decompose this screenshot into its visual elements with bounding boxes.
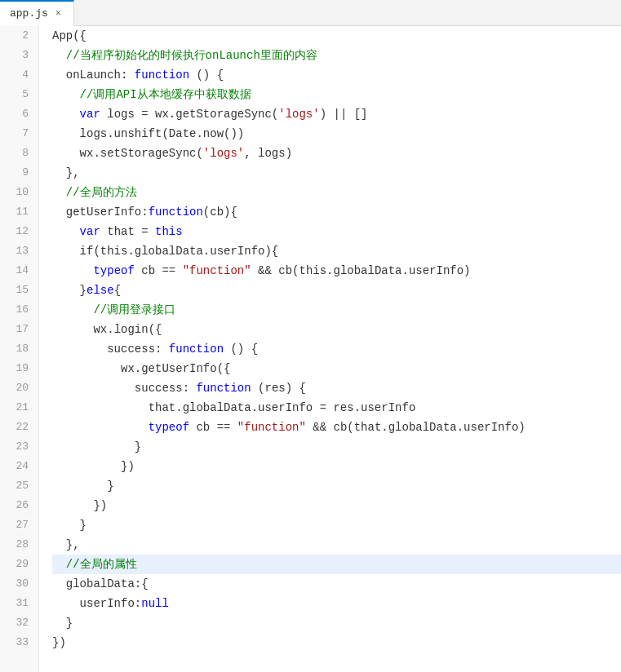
- line-num-6: 6: [0, 104, 29, 124]
- code-line-5: //调用API从本地缓存中获取数据: [52, 85, 621, 104]
- line-num-11: 11: [0, 202, 29, 222]
- line-num-28: 28: [0, 535, 29, 555]
- code-line-24: }): [52, 457, 621, 476]
- line-num-33: 33: [0, 633, 29, 652]
- code-line-31: userInfo:null: [52, 594, 621, 613]
- code-line-10: //全局的方法: [52, 183, 621, 202]
- line-num-27: 27: [0, 515, 29, 535]
- tab-bar: app.js ×: [0, 0, 621, 26]
- line-num-4: 4: [0, 65, 29, 85]
- line-num-5: 5: [0, 85, 29, 104]
- code-line-9: },: [52, 163, 621, 183]
- line-num-21: 21: [0, 398, 29, 418]
- code-line-23: }: [52, 437, 621, 457]
- code-line-21: that.globalData.userInfo = res.userInfo: [52, 398, 621, 418]
- code-line-22: typeof cb == "function" && cb(that.globa…: [52, 418, 621, 437]
- line-num-15: 15: [0, 281, 29, 300]
- code-line-4: onLaunch: function () {: [52, 65, 621, 85]
- line-numbers: 2 3 4 5 6 7 8 9 10 11 12 13 14 15 16 17 …: [0, 26, 39, 672]
- line-num-23: 23: [0, 437, 29, 457]
- line-num-7: 7: [0, 124, 29, 144]
- code-line-3: //当程序初始化的时候执行onLaunch里面的内容: [52, 46, 621, 65]
- line-num-3: 3: [0, 46, 29, 65]
- code-line-26: }): [52, 496, 621, 515]
- code-line-11: getUserInfo:function(cb){: [52, 202, 621, 222]
- code-line-20: success: function (res) {: [52, 378, 621, 398]
- line-num-13: 13: [0, 241, 29, 261]
- code-line-32: }: [52, 613, 621, 633]
- line-num-25: 25: [0, 476, 29, 496]
- code-line-29: //全局的属性: [52, 555, 621, 574]
- app-js-tab[interactable]: app.js ×: [0, 0, 74, 26]
- editor-container: 2 3 4 5 6 7 8 9 10 11 12 13 14 15 16 17 …: [0, 26, 621, 672]
- line-num-31: 31: [0, 594, 29, 613]
- code-line-27: }: [52, 515, 621, 535]
- line-num-32: 32: [0, 613, 29, 633]
- code-line-16: //调用登录接口: [52, 300, 621, 320]
- line-num-29: 29: [0, 555, 29, 574]
- code-line-19: wx.getUserInfo({: [52, 359, 621, 378]
- line-num-9: 9: [0, 163, 29, 183]
- line-num-26: 26: [0, 496, 29, 515]
- code-line-6: var logs = wx.getStorageSync('logs') || …: [52, 104, 621, 124]
- code-line-13: if(this.globalData.userInfo){: [52, 241, 621, 261]
- code-line-18: success: function () {: [52, 339, 621, 359]
- code-line-25: }: [52, 476, 621, 496]
- code-line-33: }): [52, 633, 621, 652]
- line-num-18: 18: [0, 339, 29, 359]
- tab-filename: app.js: [10, 7, 48, 20]
- line-num-12: 12: [0, 222, 29, 241]
- code-line-28: },: [52, 535, 621, 555]
- line-num-14: 14: [0, 261, 29, 281]
- line-num-20: 20: [0, 378, 29, 398]
- line-num-16: 16: [0, 300, 29, 320]
- line-num-2: 2: [0, 26, 29, 46]
- line-num-24: 24: [0, 457, 29, 476]
- tab-close-button[interactable]: ×: [53, 7, 64, 20]
- code-line-2: App({: [52, 26, 621, 46]
- code-line-14: typeof cb == "function" && cb(this.globa…: [52, 261, 621, 281]
- code-line-15: }else{: [52, 281, 621, 300]
- code-area[interactable]: App({ //当程序初始化的时候执行onLaunch里面的内容 onLaunc…: [39, 26, 621, 672]
- line-num-10: 10: [0, 183, 29, 202]
- code-line-12: var that = this: [52, 222, 621, 241]
- line-num-8: 8: [0, 144, 29, 163]
- line-num-30: 30: [0, 574, 29, 594]
- line-num-19: 19: [0, 359, 29, 378]
- line-num-22: 22: [0, 418, 29, 437]
- code-line-17: wx.login({: [52, 320, 621, 339]
- code-line-7: logs.unshift(Date.now()): [52, 124, 621, 144]
- code-line-8: wx.setStorageSync('logs', logs): [52, 144, 621, 163]
- code-line-30: globalData:{: [52, 574, 621, 594]
- line-num-17: 17: [0, 320, 29, 339]
